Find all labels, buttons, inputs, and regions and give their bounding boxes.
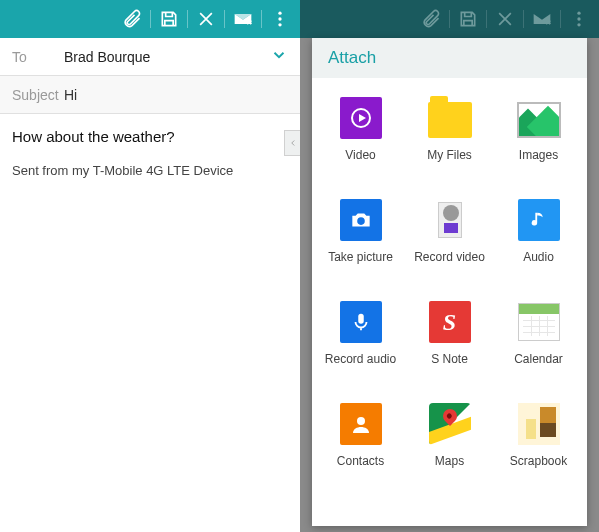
images-icon — [517, 96, 561, 140]
expand-recipients-icon[interactable] — [270, 46, 288, 67]
save-icon — [456, 7, 480, 31]
attach-item-label: Scrapbook — [510, 454, 567, 468]
actionbar-left — [0, 0, 300, 38]
separator — [523, 10, 524, 28]
attach-item-my-files[interactable]: My Files — [405, 86, 494, 188]
camcorder-icon — [428, 198, 472, 242]
attach-item-s-note[interactable]: S S Note — [405, 290, 494, 392]
svg-point-3 — [577, 12, 580, 15]
attach-item-record-audio[interactable]: Record audio — [316, 290, 405, 392]
attach-item-calendar[interactable]: Calendar — [494, 290, 583, 392]
camera-icon — [339, 198, 383, 242]
attach-item-contacts[interactable]: Contacts — [316, 392, 405, 494]
attach-item-video[interactable]: Video — [316, 86, 405, 188]
subject-label: Subject — [12, 87, 64, 103]
svg-point-2 — [278, 23, 281, 26]
attach-item-label: Images — [519, 148, 558, 162]
attach-item-label: My Files — [427, 148, 472, 162]
svg-point-9 — [357, 417, 365, 425]
svg-point-7 — [357, 217, 365, 225]
to-field-row[interactable]: To Brad Bourque — [0, 38, 300, 76]
separator — [560, 10, 561, 28]
svg-point-0 — [278, 12, 281, 15]
side-collapse-handle[interactable] — [284, 130, 300, 156]
attach-item-label: Maps — [435, 454, 464, 468]
attach-overlay-pane: Attach Video My Files Images Take pictur… — [300, 0, 599, 532]
folder-icon — [428, 96, 472, 140]
separator — [187, 10, 188, 28]
separator — [486, 10, 487, 28]
svg-rect-8 — [358, 314, 364, 324]
to-value: Brad Bourque — [64, 49, 150, 65]
close-icon[interactable] — [194, 7, 218, 31]
attach-item-images[interactable]: Images — [494, 86, 583, 188]
compose-pane: To Brad Bourque Subject Hi How about the… — [0, 0, 300, 532]
attach-item-audio[interactable]: Audio — [494, 188, 583, 290]
maps-icon — [428, 402, 472, 446]
actionbar-right — [300, 0, 599, 38]
separator — [261, 10, 262, 28]
separator — [449, 10, 450, 28]
send-icon[interactable] — [231, 7, 255, 31]
attach-grid: Video My Files Images Take picture Recor… — [312, 78, 587, 526]
svg-point-1 — [278, 17, 281, 20]
contacts-icon — [339, 402, 383, 446]
svg-point-5 — [577, 23, 580, 26]
attach-item-record-video[interactable]: Record video — [405, 188, 494, 290]
compose-body[interactable]: How about the weather? Sent from my T-Mo… — [0, 114, 300, 192]
separator — [224, 10, 225, 28]
attach-item-label: Contacts — [337, 454, 384, 468]
overflow-icon — [567, 7, 591, 31]
svg-point-4 — [577, 17, 580, 20]
attach-icon — [419, 7, 443, 31]
attach-item-label: Record audio — [325, 352, 396, 366]
overflow-icon[interactable] — [268, 7, 292, 31]
save-icon[interactable] — [157, 7, 181, 31]
attach-item-label: Calendar — [514, 352, 563, 366]
attach-item-take-picture[interactable]: Take picture — [316, 188, 405, 290]
attach-sheet: Attach Video My Files Images Take pictur… — [312, 38, 587, 526]
attach-item-label: S Note — [431, 352, 468, 366]
attach-item-label: Take picture — [328, 250, 393, 264]
attach-item-label: Audio — [523, 250, 554, 264]
close-icon — [493, 7, 517, 31]
body-text: How about the weather? — [12, 128, 288, 145]
to-label: To — [12, 49, 64, 65]
calendar-icon — [517, 300, 561, 344]
microphone-icon — [339, 300, 383, 344]
attach-item-scrapbook[interactable]: Scrapbook — [494, 392, 583, 494]
scrapbook-icon — [517, 402, 561, 446]
s-note-icon: S — [428, 300, 472, 344]
subject-field-row[interactable]: Subject Hi — [0, 76, 300, 114]
video-icon — [339, 96, 383, 140]
attach-item-label: Video — [345, 148, 375, 162]
attach-icon[interactable] — [120, 7, 144, 31]
attach-header: Attach — [312, 38, 587, 78]
subject-value: Hi — [64, 87, 77, 103]
audio-icon — [517, 198, 561, 242]
separator — [150, 10, 151, 28]
send-icon — [530, 7, 554, 31]
signature-text: Sent from my T-Mobile 4G LTE Device — [12, 163, 288, 178]
attach-item-maps[interactable]: Maps — [405, 392, 494, 494]
attach-item-label: Record video — [414, 250, 485, 264]
